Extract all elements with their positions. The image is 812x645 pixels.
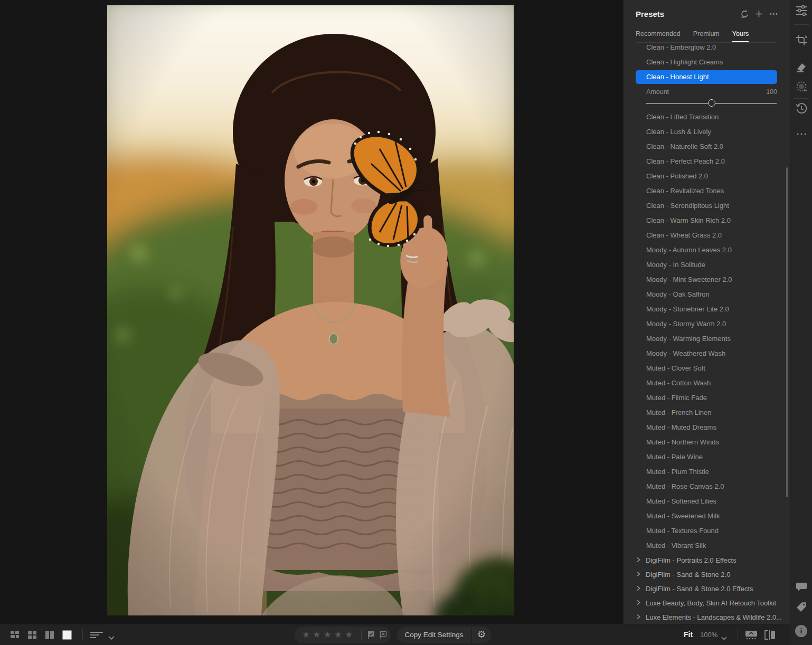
star-icon[interactable]: ★ <box>334 627 342 643</box>
revert-icon[interactable] <box>740 10 749 21</box>
zoom-chevron-down-icon[interactable] <box>721 633 727 642</box>
add-preset-icon[interactable] <box>755 10 763 20</box>
sort-chevron-down-icon[interactable] <box>108 633 115 642</box>
star-icon[interactable]: ★ <box>313 627 320 643</box>
preset-item[interactable]: Clean - Warm Skin Rich 2.0 <box>624 213 790 228</box>
preset-item[interactable]: Muted - Northern Winds <box>624 435 790 450</box>
preset-group[interactable]: DigiFilm - Sand & Stone 2.0 <box>624 567 790 582</box>
preset-group[interactable]: Luxe Elements - Landscapes & Wildlife 2.… <box>624 610 790 624</box>
presets-scrollbar[interactable] <box>786 167 788 497</box>
preset-item[interactable]: Moody - Mint Sweetener 2.0 <box>624 272 790 287</box>
right-tool-rail: i <box>790 0 812 645</box>
preset-item[interactable]: Moody - Warming Elements <box>624 331 790 346</box>
star-icon[interactable]: ★ <box>302 627 310 643</box>
tab-yours[interactable]: Yours <box>732 26 749 42</box>
presets-tabs: RecommendedPremiumYours <box>636 26 777 43</box>
preset-list: Clean - Emberglow 2.0Clean - Highlight C… <box>624 43 790 624</box>
preset-item[interactable]: Muted - Sweetened Milk <box>624 509 790 524</box>
preset-group[interactable]: DigiFilm - Sand & Stone 2.0 Effects <box>624 582 790 596</box>
portrait-photo <box>107 5 514 615</box>
chevron-right-icon <box>636 582 641 596</box>
preset-item[interactable]: Clean - Emberglow 2.0 <box>624 43 790 55</box>
copy-edit-settings-label: Copy Edit Settings <box>404 631 463 639</box>
chevron-right-icon <box>636 610 641 624</box>
gear-icon: ⚙ <box>477 629 486 640</box>
tag-icon[interactable] <box>795 601 808 613</box>
amount-label: Amount <box>646 88 669 96</box>
flag-reject-icon[interactable] <box>379 631 388 641</box>
preset-item[interactable]: Clean - Naturelle Soft 2.0 <box>624 139 790 154</box>
rating-flag-pill: ★★★★★ <box>295 627 391 643</box>
preset-item[interactable]: Moody - Oak Saffron <box>624 287 790 302</box>
preset-item[interactable]: Muted - Softened Lilies <box>624 494 790 509</box>
amount-slider[interactable] <box>646 99 777 108</box>
star-rating[interactable]: ★★★★★ <box>302 627 353 643</box>
preset-item[interactable]: Muted - Rose Canvas 2.0 <box>624 479 790 494</box>
preset-item[interactable]: Muted - French Linen <box>624 405 790 420</box>
star-icon[interactable]: ★ <box>345 627 353 643</box>
more-icon[interactable] <box>769 10 778 20</box>
preset-group[interactable]: Luxe Beauty, Body, Skin AI Retouch Toolk… <box>624 596 790 610</box>
info-icon[interactable]: i <box>795 625 807 637</box>
preset-item[interactable]: Clean - Polished 2.0 <box>624 169 790 184</box>
bottom-toolbar: ★★★★★ Copy Edit Settings ⚙ Fit 100% <box>0 624 790 645</box>
preset-item[interactable]: Clean - Wheat Grass 2.0 <box>624 228 790 243</box>
preset-item[interactable]: Clean - Revitalized Tones <box>624 184 790 198</box>
preset-item[interactable]: Moody - Stonebrier Lite 2.0 <box>624 302 790 317</box>
preset-item[interactable]: Clean - Lush & Lively <box>624 125 790 139</box>
square-grid-icon[interactable] <box>27 630 37 642</box>
history-icon[interactable] <box>795 102 808 115</box>
preset-item[interactable]: Muted - Plum Thistle <box>624 464 790 479</box>
tab-premium[interactable]: Premium <box>693 26 720 42</box>
preset-group[interactable]: DigiFilm - Portraits 2.0 Effects <box>624 553 790 567</box>
edit-settings-gear-button[interactable]: ⚙ <box>472 627 491 643</box>
preset-item[interactable]: Clean - Serendipitous Light <box>624 198 790 213</box>
compare-icon[interactable] <box>45 630 54 642</box>
preset-item[interactable]: Muted - Pale Wine <box>624 450 790 464</box>
chevron-right-icon <box>636 553 641 567</box>
preset-item[interactable]: Moody - Stormy Warm 2.0 <box>624 317 790 331</box>
flag-pick-icon[interactable] <box>367 631 375 641</box>
presets-panel: Presets RecommendedPremiumYours Clean - … <box>623 0 790 624</box>
zoom-level-value[interactable]: 100% <box>700 631 717 639</box>
preset-item-selected[interactable]: Clean - Honest Light <box>636 70 777 84</box>
masking-icon[interactable] <box>795 80 808 93</box>
preset-item[interactable]: Clean - Perfect Peach 2.0 <box>624 154 790 169</box>
photo-canvas[interactable] <box>107 5 514 615</box>
tab-recommended[interactable]: Recommended <box>636 26 681 42</box>
preset-item[interactable]: Clean - Lifted Transition <box>624 110 790 125</box>
split-view-icon[interactable] <box>764 630 776 642</box>
preset-item[interactable]: Muted - Muted Dreams <box>624 420 790 435</box>
heal-icon[interactable] <box>795 61 808 74</box>
detail-view-icon[interactable] <box>62 630 72 642</box>
amount-value: 100 <box>766 88 777 96</box>
preset-item[interactable]: Muted - Textures Found <box>624 524 790 538</box>
amount-slider-knob[interactable] <box>708 99 715 107</box>
chevron-right-icon <box>636 596 641 610</box>
presets-title: Presets <box>636 10 664 18</box>
copy-edit-settings-button[interactable]: Copy Edit Settings <box>397 627 471 643</box>
preset-item[interactable]: Muted - Cotton Wash <box>624 376 790 391</box>
lightroom-app: Presets RecommendedPremiumYours Clean - … <box>0 0 812 645</box>
comment-icon[interactable] <box>795 581 808 593</box>
filmstrip-icon[interactable] <box>745 630 758 642</box>
chevron-right-icon <box>636 567 641 582</box>
more-tools-icon[interactable] <box>795 128 808 140</box>
presets-header: Presets <box>624 0 790 26</box>
crop-icon[interactable] <box>795 34 808 46</box>
star-icon[interactable]: ★ <box>324 627 332 643</box>
edit-sliders-icon[interactable] <box>795 4 808 17</box>
preset-item[interactable]: Clean - Highlight Creams <box>624 55 790 70</box>
preset-item[interactable]: Moody - Autumn Leaves 2.0 <box>624 243 790 258</box>
preset-item[interactable]: Muted - Clover Soft <box>624 361 790 376</box>
preset-item[interactable]: Muted - Vibrant Silk <box>624 538 790 553</box>
preset-item[interactable]: Muted - Filmic Fade <box>624 391 790 405</box>
preset-item[interactable]: Moody - Weathered Wash <box>624 346 790 361</box>
photo-grid-icon[interactable] <box>10 630 20 642</box>
preset-amount-control: Amount100 <box>624 84 790 110</box>
zoom-fit-button[interactable]: Fit <box>684 630 693 639</box>
sort-icon[interactable] <box>90 631 103 641</box>
preset-item[interactable]: Moody - In Solitude <box>624 258 790 272</box>
